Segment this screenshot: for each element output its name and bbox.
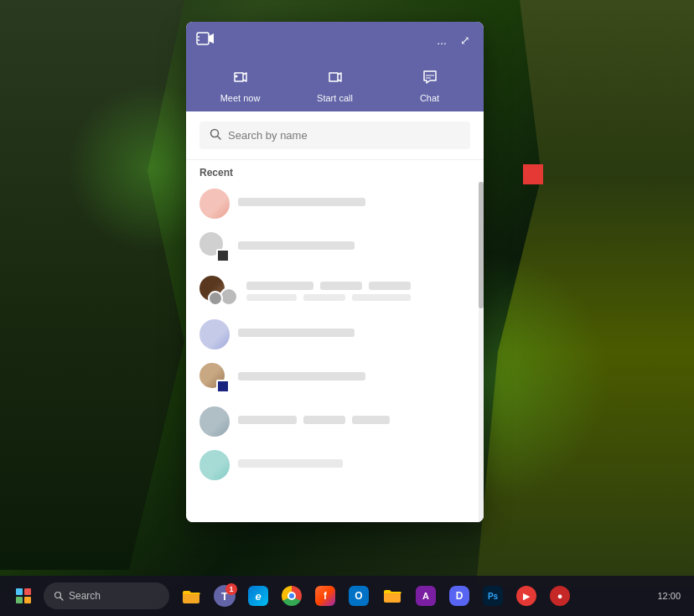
contact-item-7[interactable]: [186, 443, 484, 487]
contact-info-5: [238, 372, 470, 385]
recent-label: Recent: [186, 160, 484, 182]
teams-icon: T: [214, 585, 236, 607]
contact-name-4: [238, 329, 355, 337]
taskbar-search[interactable]: Search: [44, 582, 169, 609]
folder-icon: [383, 588, 401, 604]
start-call-icon: [327, 69, 344, 90]
contact-name-6b: [303, 416, 345, 424]
contact-name-7: [238, 459, 343, 468]
contact-sub-3b: [303, 294, 345, 301]
nav-item-start-call[interactable]: Start call: [287, 62, 382, 111]
contact-name-3c: [369, 282, 411, 290]
contact-item-3[interactable]: [186, 269, 484, 313]
scrollbar-track[interactable]: [479, 182, 484, 522]
contact-name-6c: [352, 416, 390, 424]
teams-more-button[interactable]: ...: [433, 32, 450, 49]
teams-header-actions: ... ⤢: [433, 32, 474, 49]
contact-list: [186, 182, 484, 522]
contact-name-1: [238, 198, 365, 206]
taskbar-icon-chrome[interactable]: [277, 581, 307, 611]
taskbar-icon-edge[interactable]: e: [243, 581, 273, 611]
contact-item-4[interactable]: [186, 313, 484, 356]
teams-logo: [196, 32, 215, 49]
taskbar-icon-firefox[interactable]: f: [310, 581, 340, 611]
firefox-icon: f: [315, 586, 335, 606]
search-input-container[interactable]: Search by name: [199, 122, 470, 149]
nav-label-chat: Chat: [420, 93, 439, 103]
contact-name-6a: [238, 416, 297, 424]
svg-rect-0: [197, 33, 209, 44]
contact-avatar-3: [199, 276, 238, 306]
discord-icon: D: [449, 586, 469, 606]
edge-icon: e: [248, 586, 268, 606]
scrollbar-thumb: [479, 182, 484, 308]
app1-icon: A: [416, 586, 436, 606]
contact-avatar-5: [199, 363, 230, 393]
svg-marker-1: [209, 34, 214, 44]
nav-label-start-call: Start call: [317, 93, 353, 103]
clock-area: 12:00: [650, 591, 687, 601]
taskbar-icon-app2[interactable]: ▶: [511, 581, 541, 611]
taskbar-icon-outlook[interactable]: O: [344, 581, 374, 611]
svg-line-7: [218, 137, 221, 140]
taskbar-icon-discord[interactable]: D: [444, 581, 474, 611]
nav-item-chat[interactable]: Chat: [382, 62, 477, 111]
teams-camera-icon: [196, 32, 215, 49]
taskbar-icon-app1[interactable]: A: [411, 581, 441, 611]
photoshop-icon: Ps: [483, 586, 503, 606]
system-tray: 12:00: [650, 591, 687, 601]
app3-icon: ●: [550, 586, 570, 606]
contact-item-2[interactable]: [186, 225, 484, 269]
app2-icon: ▶: [516, 586, 536, 606]
search-icon: [210, 128, 221, 142]
contact-info-3: [246, 282, 470, 301]
file-explorer-icon: [182, 588, 200, 604]
taskbar-search-text: Search: [69, 590, 101, 602]
taskbar-icons-group: T e f O: [176, 581, 647, 611]
chat-icon: [422, 69, 438, 90]
svg-point-8: [55, 593, 61, 598]
contact-item-1[interactable]: [186, 182, 484, 225]
search-placeholder-text: Search by name: [228, 129, 308, 142]
contact-avatar-1: [199, 189, 230, 219]
chrome-icon: [282, 586, 302, 606]
contact-sub-3a: [246, 294, 297, 301]
contact-sub-3c: [352, 294, 411, 301]
contact-avatar-4: [199, 319, 230, 349]
teams-expand-button[interactable]: ⤢: [457, 32, 474, 49]
contact-name-3a: [246, 282, 313, 290]
contact-avatar-2: [199, 232, 230, 262]
contact-info-6: [238, 416, 470, 428]
svg-line-9: [60, 598, 63, 600]
clock-time: 12:00: [657, 591, 681, 601]
taskbar-icon-folder[interactable]: [377, 581, 407, 611]
red-square: [523, 164, 543, 184]
start-button[interactable]: [7, 579, 40, 613]
outlook-icon: O: [349, 586, 369, 606]
contact-name-3b: [320, 282, 362, 290]
meet-now-icon: [232, 69, 249, 90]
contact-avatar-7: [199, 450, 230, 480]
contact-avatar-6: [199, 406, 230, 437]
contact-item-6[interactable]: [186, 400, 484, 443]
taskbar: Search T e: [0, 576, 694, 616]
teams-popup: ... ⤢ Meet now Start call: [186, 22, 484, 522]
taskbar-icon-file-explorer[interactable]: [176, 581, 206, 611]
svg-point-3: [235, 75, 237, 78]
nav-label-meet-now: Meet now: [220, 93, 261, 103]
taskbar-search-icon: [54, 591, 64, 601]
taskbar-icon-app3[interactable]: ●: [545, 581, 575, 611]
contact-name-2: [238, 241, 355, 250]
teams-body: Search by name Recent: [186, 111, 484, 522]
nav-item-meet-now[interactable]: Meet now: [193, 62, 287, 111]
teams-header: ... ⤢: [186, 22, 484, 59]
taskbar-icon-teams[interactable]: T: [210, 581, 240, 611]
teams-search-bar: Search by name: [186, 111, 484, 160]
contact-info-7: [238, 459, 470, 472]
windows-logo: [16, 588, 31, 603]
contact-info-1: [238, 198, 470, 210]
contact-info-2: [238, 241, 470, 254]
teams-nav: Meet now Start call Chat: [186, 59, 484, 111]
taskbar-icon-photoshop[interactable]: Ps: [478, 581, 508, 611]
contact-item-5[interactable]: [186, 356, 484, 400]
